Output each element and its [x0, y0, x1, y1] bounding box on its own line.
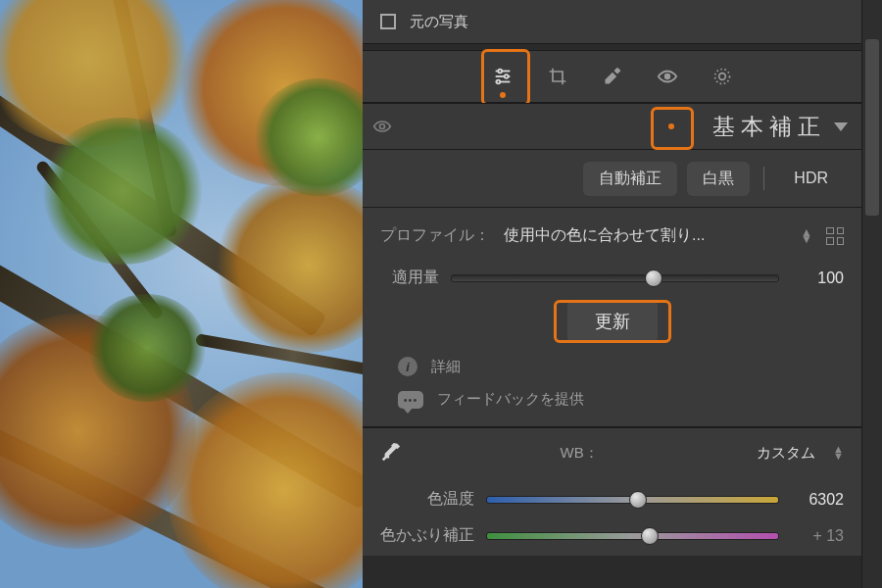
crop-icon[interactable]: [547, 66, 568, 87]
sliders-icon[interactable]: [492, 66, 514, 87]
svg-point-9: [718, 74, 725, 80]
image-preview[interactable]: [0, 0, 363, 588]
eyedropper-icon[interactable]: [380, 442, 402, 464]
svg-point-7: [664, 74, 669, 79]
amount-label: 適用量: [380, 268, 439, 288]
white-balance-section: WB： カスタム ▲▼ 色温度 6302 色かぶり補正 + 13: [363, 427, 861, 556]
auto-tone-button[interactable]: 自動補正: [583, 162, 677, 196]
update-button[interactable]: 更新: [567, 302, 658, 341]
temp-slider[interactable]: [486, 496, 779, 504]
heal-icon[interactable]: [602, 66, 623, 87]
app-root: 元の写真: [0, 0, 882, 588]
redeye-icon[interactable]: [657, 66, 678, 87]
feedback-row[interactable]: フィードバックを提供: [380, 384, 844, 426]
scrollbar-thumb[interactable]: [865, 39, 879, 216]
amount-value[interactable]: 100: [791, 270, 844, 287]
radial-icon[interactable]: [711, 66, 733, 87]
details-label: 詳細: [431, 358, 461, 376]
details-row[interactable]: i 詳細: [380, 351, 844, 384]
svg-point-4: [504, 74, 508, 78]
chat-icon: [398, 391, 423, 409]
hdr-button[interactable]: HDR: [778, 163, 844, 194]
tint-slider[interactable]: [486, 532, 779, 540]
feedback-label: フィードバックを提供: [437, 390, 584, 409]
profile-browser-icon[interactable]: [826, 227, 844, 245]
bw-button[interactable]: 白黒: [687, 162, 750, 196]
info-icon: i: [398, 357, 417, 376]
profile-label: プロファイル：: [380, 225, 490, 246]
chevron-down-icon[interactable]: [834, 122, 848, 131]
stepper-icon[interactable]: ▲▼: [801, 229, 812, 243]
original-photo-label: 元の写真: [410, 13, 468, 31]
basic-panel-header[interactable]: 基本補正: [363, 103, 861, 150]
separator: [763, 167, 764, 190]
tool-strip: [363, 50, 861, 103]
profile-dropdown[interactable]: 使用中の色に合わせて割り...: [504, 225, 787, 246]
tint-label: 色かぶり補正: [380, 525, 474, 546]
develop-panel: 元の写真: [363, 0, 882, 588]
amount-slider[interactable]: [451, 274, 779, 282]
svg-point-3: [498, 70, 502, 74]
original-photo-row[interactable]: 元の写真: [363, 0, 861, 44]
svg-rect-6: [613, 68, 620, 74]
slider-knob[interactable]: [629, 491, 647, 509]
square-icon: [380, 14, 396, 29]
treatment-row: 自動補正 白黒 HDR: [363, 150, 861, 208]
temp-value[interactable]: 6302: [791, 491, 844, 509]
basic-panel-title: 基本補正: [712, 112, 826, 142]
active-dot-icon: [500, 92, 506, 98]
panel-scrollbar[interactable]: [861, 0, 882, 588]
svg-point-10: [380, 124, 385, 129]
slider-knob[interactable]: [645, 270, 662, 287]
tint-value[interactable]: + 13: [791, 527, 844, 545]
wb-label: WB：: [416, 444, 743, 463]
svg-point-5: [496, 80, 500, 84]
modified-dot-icon: [668, 123, 674, 129]
svg-point-8: [714, 70, 729, 84]
temp-label: 色温度: [380, 489, 474, 510]
slider-knob[interactable]: [641, 527, 659, 545]
wb-dropdown[interactable]: カスタム: [757, 444, 815, 463]
stepper-icon[interactable]: ▲▼: [833, 446, 844, 460]
profile-section: プロファイル： 使用中の色に合わせて割り... ▲▼ 適用量 100 更新: [363, 208, 861, 427]
visibility-icon[interactable]: [372, 117, 392, 136]
